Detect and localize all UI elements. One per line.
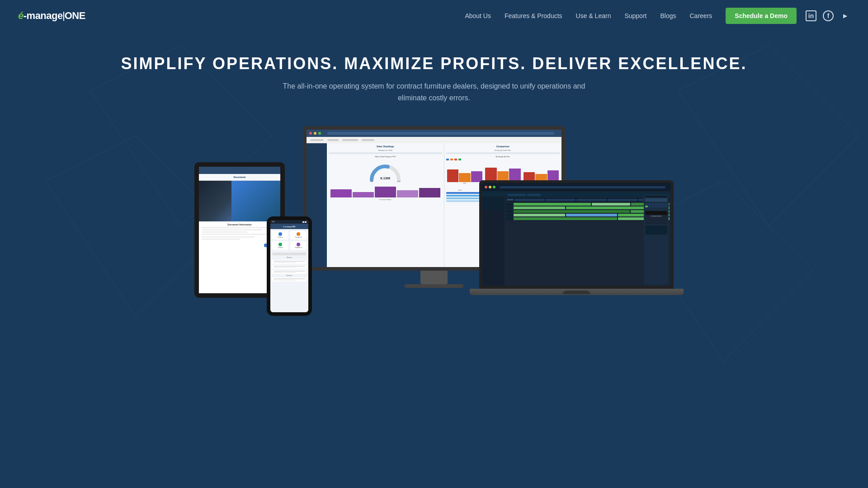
social-links: in f ▶ [806,10,850,21]
nav-link-support[interactable]: Support [624,12,646,19]
devices-mockup: Sales Standings Salesperson Filter Sales… [208,126,660,375]
nav-link-use-learn[interactable]: Use & Learn [576,12,611,19]
logo[interactable]: é-manageONE [18,10,85,22]
svg-text:40M: 40M [397,180,401,182]
hero-subtitle: The all-in-one operating system for cont… [276,80,592,103]
phone-mockup: 9:41 é-manageONE Project [267,216,312,316]
facebook-icon[interactable]: f [823,10,834,21]
hero-title: SIMPLIFY OPERATIONS. MAXIMIZE PROFITS. D… [18,54,850,73]
linkedin-icon[interactable]: in [806,10,816,21]
svg-text:9.19M: 9.19M [380,176,391,180]
nav-item-support[interactable]: Support [624,12,646,20]
laptop-screen: SYSTEMCENTER [479,180,674,289]
nav-item-careers[interactable]: Careers [690,12,712,20]
laptop-mockup: SYSTEMCENTER [479,180,674,295]
nav-item-about[interactable]: About Us [465,12,491,20]
svg-text:0M: 0M [370,180,373,182]
nav-item-use-learn[interactable]: Use & Learn [576,12,611,20]
logo-text: é-manageONE [18,10,85,22]
phone-screen: 9:41 é-manageONE Project [267,216,312,316]
nav-item-features[interactable]: Features & Products [505,12,562,20]
nav-links: About Us Features & Products Use & Learn… [465,12,797,20]
nav-link-features[interactable]: Features & Products [505,12,562,19]
hero-section: SIMPLIFY OPERATIONS. MAXIMIZE PROFITS. D… [0,32,868,375]
nav-link-about[interactable]: About Us [465,12,491,19]
youtube-icon[interactable]: ▶ [840,11,850,21]
navbar: é-manageONE About Us Features & Products… [0,0,868,32]
schedule-demo-button[interactable]: Schedule a Demo [726,8,797,24]
nav-item-blogs[interactable]: Blogs [660,12,676,20]
nav-link-blogs[interactable]: Blogs [660,12,676,19]
nav-item-cta[interactable]: Schedule a Demo [726,12,797,20]
nav-link-careers[interactable]: Careers [690,12,712,19]
